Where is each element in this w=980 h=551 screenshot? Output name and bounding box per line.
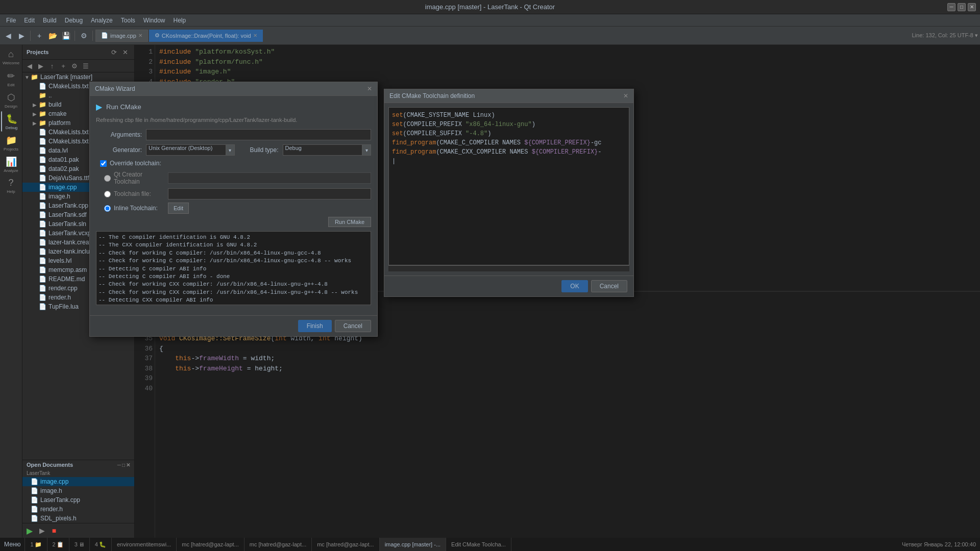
- code-line-39: this->frameWidth = width;: [159, 354, 976, 364]
- open-doc-render-h[interactable]: 📄 render.h: [22, 505, 134, 514]
- activity-debug[interactable]: 🐛 Debug: [1, 111, 21, 132]
- override-toolchain-checkbox[interactable]: [100, 160, 107, 167]
- file-tree-toolbar: ◀ ▶ ↑ + ⚙ ☰: [22, 60, 134, 72]
- cmake-wizard-section-title: ▶ Run CMake: [96, 102, 371, 112]
- tree-filter-btn[interactable]: ⚙: [69, 61, 80, 71]
- open-doc-sdl-pixels[interactable]: 📄 SDL_pixels.h: [22, 514, 134, 523]
- toolbar-back-button[interactable]: ◀: [2, 30, 14, 42]
- activity-projects[interactable]: 📁 Projects: [1, 133, 21, 153]
- open-docs-close-btn[interactable]: ✕: [126, 462, 130, 468]
- qt-creator-toolchain-radio[interactable]: [104, 175, 111, 182]
- taskbar-mc-3[interactable]: mc [hatred@gaz-lapt...: [312, 538, 379, 551]
- taskbar-btn-3[interactable]: 3 🖥: [69, 538, 90, 551]
- toolbar-build-button[interactable]: ⚙: [78, 30, 90, 42]
- file-icon-lc: 📄: [39, 202, 46, 209]
- menu-tools[interactable]: Tools: [117, 16, 139, 25]
- taskbar-mc-2[interactable]: mc [hatred@gaz-lapt...: [244, 538, 312, 551]
- file-icon-rm: 📄: [39, 276, 46, 283]
- tab-close-2[interactable]: ✕: [253, 33, 257, 38]
- finish-button[interactable]: Finish: [298, 320, 332, 332]
- taskbar-btn-2[interactable]: 2 📋: [47, 538, 69, 551]
- taskbar-btn-4[interactable]: 4 🐛: [90, 538, 112, 551]
- taskbar-mc-1[interactable]: mc [hatred@gaz-lapt...: [177, 538, 244, 551]
- maximize-button[interactable]: □: [958, 3, 966, 11]
- taskbar-num-2: 2: [53, 541, 56, 547]
- activity-analyze[interactable]: 📊 Analyze: [1, 154, 21, 174]
- tree-menu-btn[interactable]: ☰: [81, 61, 91, 71]
- tree-sync-button[interactable]: ⟳: [109, 47, 119, 57]
- activity-design[interactable]: ⬡ Design: [1, 90, 21, 110]
- taskbar-items: 1 📁 2 📋 3 🖥 4 🐛 environmentitemswi... mc…: [25, 538, 897, 551]
- tree-new-btn[interactable]: +: [58, 61, 68, 71]
- taskbar-edit-cmake[interactable]: Edit CMake Toolcha...: [446, 538, 511, 551]
- taskbar-start-button[interactable]: Меню: [0, 538, 25, 551]
- minimize-button[interactable]: ─: [947, 3, 955, 11]
- build-type-value[interactable]: Debug: [283, 144, 362, 156]
- edit-inline-toolchain-btn[interactable]: Edit: [168, 203, 189, 214]
- stop-button[interactable]: ■: [49, 525, 59, 536]
- tree-item-label-1: CMakeLists.txt: [48, 83, 89, 90]
- arguments-input[interactable]: [146, 129, 371, 140]
- toolbar-separator-2: [75, 31, 75, 41]
- generator-arrow[interactable]: ▾: [226, 144, 235, 156]
- cmake-output-text[interactable]: -- The C compiler identification is GNU …: [96, 231, 371, 305]
- open-doc-icon-1: 📄: [31, 478, 38, 485]
- generator-value[interactable]: Unix Generator (Desktop): [146, 144, 226, 156]
- taskbar-mc2-label: mc [hatred@gaz-lapt...: [250, 541, 306, 547]
- toolbar-open-button[interactable]: 📂: [46, 30, 59, 42]
- tree-root-item[interactable]: ▼ 📁 LaserTank [master]: [22, 72, 134, 82]
- toolbar-forward-button[interactable]: ▶: [15, 30, 28, 42]
- toolchain-scrollbar-horizontal[interactable]: [388, 265, 629, 271]
- toolchain-editor[interactable]: set(CMAKE_SYSTEM_NAME Linux) set(COMPILE…: [388, 107, 629, 265]
- activity-help[interactable]: ? Help: [1, 176, 21, 196]
- cmake-output-area: -- The C compiler identification is GNU …: [96, 231, 371, 305]
- close-window-button[interactable]: ✕: [968, 3, 976, 11]
- open-doc-lasertank-cpp[interactable]: 📄 LaserTank.cpp: [22, 495, 134, 505]
- menu-build[interactable]: Build: [39, 16, 61, 25]
- taskbar-image-cpp[interactable]: image.cpp [master] -...: [380, 538, 446, 551]
- run-button[interactable]: ▶: [24, 525, 35, 536]
- menu-help[interactable]: Help: [169, 16, 190, 25]
- cmake-section-label: Run CMake: [106, 103, 141, 111]
- menu-file[interactable]: File: [2, 16, 20, 25]
- tab-ckosimage-draw[interactable]: ⚙ CKosImage::Draw(Point, float): void ✕: [149, 30, 263, 42]
- taskbar-btn-1[interactable]: 1 📁: [25, 538, 47, 551]
- tab-image-cpp[interactable]: 📄 image.cpp ✕: [95, 30, 148, 42]
- toolchain-cancel-btn[interactable]: Cancel: [591, 280, 627, 292]
- toolchain-file-input[interactable]: [168, 188, 371, 199]
- qt-creator-toolchain-row: Qt Creator Toolchain: [96, 171, 371, 185]
- tree-forward-btn[interactable]: ▶: [36, 61, 46, 71]
- tree-up-btn[interactable]: ↑: [47, 61, 57, 71]
- open-doc-image-h[interactable]: 📄 image.h: [22, 486, 134, 495]
- toolchain-file-radio[interactable]: [104, 191, 111, 197]
- menu-debug[interactable]: Debug: [61, 16, 87, 25]
- menu-window[interactable]: Window: [139, 16, 169, 25]
- menu-edit[interactable]: Edit: [20, 16, 39, 25]
- taskbar-environment[interactable]: environmentitemswi...: [112, 538, 177, 551]
- inline-toolchain-radio[interactable]: [104, 205, 111, 212]
- wizard-cancel-button[interactable]: Cancel: [335, 320, 371, 332]
- debug-run-button[interactable]: ▶: [37, 525, 47, 536]
- title-bar-buttons: ─ □ ✕: [947, 3, 976, 11]
- open-docs-max-btn[interactable]: □: [122, 462, 125, 468]
- open-doc-image-cpp[interactable]: 📄 image.cpp: [22, 477, 134, 486]
- run-cmake-button[interactable]: Run CMake: [328, 217, 371, 227]
- tab-close-1[interactable]: ✕: [138, 33, 142, 38]
- tree-item-tf: TupFile.lua: [48, 303, 79, 310]
- toolchain-ok-btn[interactable]: OK: [561, 280, 587, 292]
- open-docs-min-btn[interactable]: ─: [117, 462, 121, 468]
- toolbar-new-button[interactable]: +: [33, 30, 45, 42]
- activity-edit[interactable]: ✏ Edit: [1, 68, 21, 89]
- build-type-arrow[interactable]: ▾: [362, 144, 371, 156]
- open-docs-header[interactable]: Open Documents ─ □ ✕: [22, 460, 134, 469]
- projects-icon: 📁: [6, 135, 17, 146]
- tree-close-button[interactable]: ✕: [120, 47, 130, 57]
- tree-item-ic: image.cpp: [48, 184, 77, 191]
- activity-welcome[interactable]: ⌂ Welcome: [1, 47, 21, 67]
- tree-back-btn[interactable]: ◀: [24, 61, 35, 71]
- toolchain-close-btn[interactable]: ✕: [623, 92, 628, 99]
- cmake-wizard-close-btn[interactable]: ✕: [367, 85, 372, 92]
- toolbar-save-button[interactable]: 💾: [60, 30, 72, 42]
- menu-analyze[interactable]: Analyze: [87, 16, 117, 25]
- tab-icon-2: ⚙: [155, 32, 160, 39]
